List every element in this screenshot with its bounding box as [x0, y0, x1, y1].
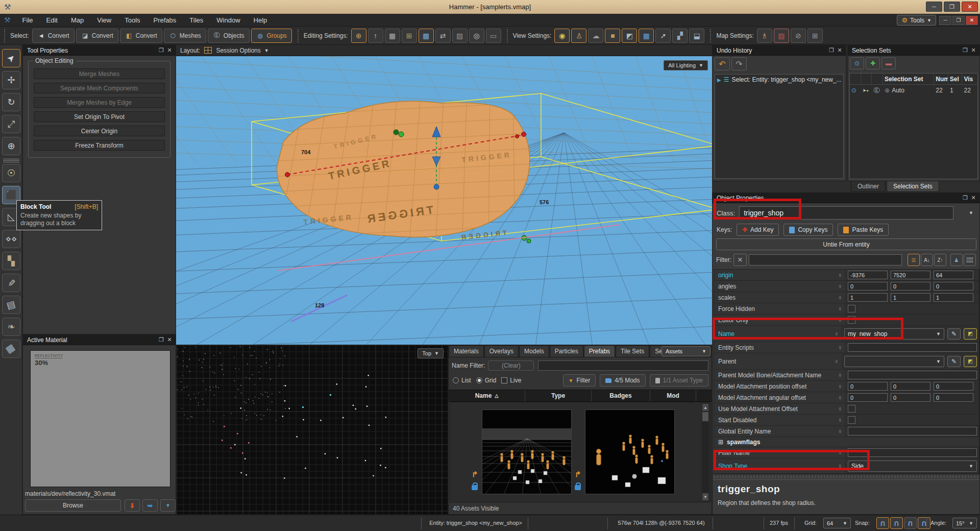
- property-row-scales[interactable]: scales∞: [714, 292, 979, 303]
- text-input[interactable]: [848, 343, 977, 352]
- snap-rotation-button[interactable]: U: [918, 517, 930, 529]
- prop-lamp-button[interactable]: ♗: [757, 29, 772, 43]
- fractured-cube-button[interactable]: ◩: [622, 29, 637, 43]
- property-row-origin[interactable]: origin∞: [714, 270, 979, 281]
- menu-file[interactable]: File: [16, 14, 40, 26]
- snap-vertex-button[interactable]: U: [890, 517, 903, 529]
- property-row-start-disabled[interactable]: Start Disabled∞: [714, 415, 979, 426]
- link-icon[interactable]: ∞: [838, 407, 843, 410]
- set-origin-to-pivot-button[interactable]: Set Origin To Pivot: [34, 111, 165, 122]
- checkbox[interactable]: [848, 405, 855, 413]
- text-input[interactable]: [848, 371, 977, 379]
- freeze-transform-button[interactable]: Freeze Transform: [34, 140, 165, 151]
- float-panel-icon[interactable]: ❐: [961, 47, 969, 54]
- properties-filter-input[interactable]: [749, 254, 902, 266]
- dropdown[interactable]: my_new_shop▼: [844, 328, 944, 340]
- value-input[interactable]: [848, 282, 888, 291]
- path-tool-button[interactable]: ⋄⋄: [2, 230, 20, 248]
- center-origin-button[interactable]: Center Origin: [34, 126, 165, 136]
- foliage-tool-button[interactable]: ❧: [2, 318, 20, 336]
- doc-restore-button[interactable]: ❐: [952, 16, 965, 25]
- asset-grid[interactable]: ↱ ↱ ▲ ▼: [450, 402, 710, 502]
- value-input[interactable]: [891, 282, 930, 291]
- live-checkbox[interactable]: [501, 377, 507, 383]
- checkbox[interactable]: [848, 305, 855, 312]
- property-row-spawnflags[interactable]: ⊞spawnflags: [714, 437, 979, 447]
- spy-mode-icon[interactable]: ♟: [950, 254, 963, 266]
- link-icon[interactable]: ∞: [838, 284, 843, 287]
- value-input[interactable]: [848, 293, 888, 302]
- lighting-mode-dropdown[interactable]: All Lighting ▼: [664, 60, 708, 70]
- close-panel-icon[interactable]: ✕: [165, 47, 174, 54]
- texture-scale-lock-button[interactable]: ▨: [452, 29, 468, 43]
- link-icon[interactable]: ∞: [838, 396, 843, 399]
- close-panel-icon[interactable]: ✕: [836, 47, 844, 54]
- grid-size-dropdown[interactable]: 64 ▼: [823, 518, 851, 528]
- tile-grid-tool-button[interactable]: ▦: [2, 340, 20, 358]
- clear-filter-button[interactable]: (Clear): [488, 360, 534, 371]
- text-input[interactable]: [848, 427, 977, 436]
- float-panel-icon[interactable]: ❐: [157, 47, 165, 54]
- asset-type-button[interactable]: 1/1 Asset Type: [650, 374, 709, 387]
- eye-icon[interactable]: ⊙: [850, 85, 861, 96]
- tab-particles[interactable]: Particles: [550, 345, 583, 357]
- untie-from-entity-button[interactable]: Untie From entity: [716, 238, 976, 250]
- property-row-global-entity-name[interactable]: Global Entity Name∞: [714, 426, 979, 437]
- material-more-icon[interactable]: ▼: [160, 499, 176, 512]
- layout-grid-icon[interactable]: [204, 47, 212, 54]
- link-icon[interactable]: ∞: [834, 359, 839, 363]
- link-icon[interactable]: ∞: [838, 451, 843, 454]
- value-input[interactable]: [848, 382, 888, 391]
- doc-close-button[interactable]: ✕: [966, 16, 978, 25]
- property-row-angles[interactable]: angles∞: [714, 281, 979, 292]
- dropdown[interactable]: Side▼: [848, 461, 977, 472]
- property-row-parent-model-bone-attachment-name[interactable]: Parent Model Bone/Attachment Name∞: [714, 370, 979, 381]
- menu-edit[interactable]: Edit: [40, 14, 64, 26]
- tab-tile-sets[interactable]: Tile Sets: [616, 345, 649, 357]
- link-icon[interactable]: ∞: [838, 273, 843, 276]
- scroll-thumb[interactable]: [702, 412, 708, 421]
- filter-button[interactable]: ▼ Filter: [563, 374, 596, 387]
- close-button[interactable]: ✕: [962, 2, 978, 12]
- panel-splitter[interactable]: [714, 475, 979, 478]
- scale-tool-button[interactable]: ⤢: [2, 115, 20, 133]
- isolate-visibility-icon[interactable]: ⊙: [850, 57, 864, 69]
- link-icon[interactable]: ∞: [838, 318, 843, 321]
- convert-edges-button[interactable]: ◪Convert: [76, 29, 118, 43]
- grid-cube-button[interactable]: ▦: [639, 29, 654, 43]
- tools-dropdown-button[interactable]: ⚙ Tools ▼: [897, 15, 936, 26]
- paint-tool-button[interactable]: ✎: [2, 274, 20, 292]
- sort-az-icon[interactable]: A↓: [921, 254, 933, 266]
- asset-thumbnail[interactable]: ↱: [482, 409, 572, 494]
- session-options-dropdown[interactable]: Session Options ▼: [216, 47, 268, 54]
- angle-dropdown[interactable]: 15° ▼: [952, 518, 977, 528]
- dropdown[interactable]: ▼: [844, 356, 944, 367]
- solid-cube-button[interactable]: ■: [605, 29, 620, 43]
- value-input[interactable]: [848, 393, 888, 402]
- sort-za-icon[interactable]: Z↑: [934, 254, 946, 266]
- undo-list[interactable]: ▶ ☰ Select: Entity: trigger_shop <my_new…: [715, 74, 844, 179]
- tab-models[interactable]: Models: [519, 345, 549, 357]
- value-input[interactable]: [934, 293, 973, 302]
- tab-selection-sets[interactable]: Selection Sets: [887, 181, 939, 192]
- grid-edit-button[interactable]: ▦: [385, 29, 400, 43]
- checkbox[interactable]: [848, 416, 855, 424]
- text-input[interactable]: [848, 448, 977, 457]
- float-panel-icon[interactable]: ❐: [961, 195, 969, 201]
- pick-entity-icon[interactable]: ◩: [964, 328, 977, 340]
- class-input[interactable]: trigger_shop: [739, 206, 953, 220]
- groups-button[interactable]: ◍Groups: [251, 29, 292, 43]
- fog-button[interactable]: ☁: [588, 29, 603, 43]
- maximize-button[interactable]: ❐: [944, 2, 960, 12]
- assets-dropdown[interactable]: Assets ▼: [662, 346, 710, 356]
- value-input[interactable]: [934, 271, 973, 279]
- property-row-model-attachment-position-offset[interactable]: Model Attachment position offset∞: [714, 381, 979, 392]
- undo-button[interactable]: ↶: [715, 57, 730, 70]
- selection-set-row[interactable]: ⊙ ➤● Ⓔ ⊕Auto 22 1 22: [850, 85, 977, 96]
- add-selection-set-icon[interactable]: ✚: [866, 57, 880, 69]
- redo-button[interactable]: ↷: [731, 57, 747, 70]
- light-tool-button[interactable]: ☉: [2, 164, 20, 182]
- copy-keys-button[interactable]: Copy Keys: [783, 224, 833, 236]
- link-icon[interactable]: ∞: [838, 346, 843, 349]
- material-preview[interactable]: REFLECTIVITY 30%: [30, 350, 170, 487]
